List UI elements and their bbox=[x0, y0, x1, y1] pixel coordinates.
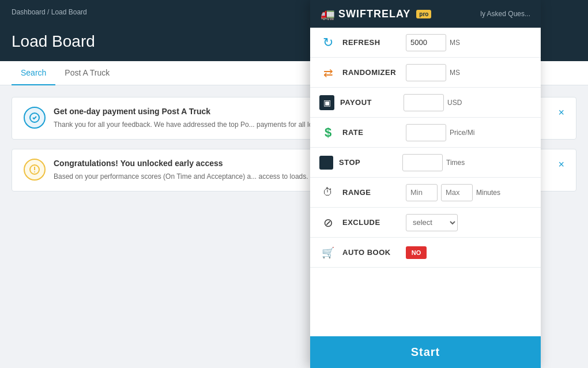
range-row: ⏱ RANGE Minutes bbox=[310, 178, 541, 208]
tab-post-a-truck[interactable]: Post A Truck bbox=[55, 61, 119, 85]
payout-controls: USD bbox=[404, 94, 532, 111]
exclude-controls: select bbox=[406, 214, 532, 231]
tab-search[interactable]: Search bbox=[12, 61, 55, 85]
autobook-toggle-state: NO bbox=[412, 249, 421, 256]
randomizer-controls: MS bbox=[406, 64, 532, 81]
payout-label: PAYOUT bbox=[340, 98, 398, 107]
card-access-close[interactable]: × bbox=[558, 159, 564, 171]
svg-point-2 bbox=[34, 171, 35, 172]
stop-input[interactable] bbox=[402, 154, 443, 171]
range-unit: Minutes bbox=[476, 189, 500, 197]
payout-input[interactable] bbox=[404, 94, 444, 111]
refresh-input[interactable] bbox=[406, 34, 446, 51]
randomizer-row: ⇄ RANDOMIZER MS bbox=[310, 58, 541, 88]
range-controls: Minutes bbox=[406, 184, 532, 201]
payout-icon: ▣ bbox=[319, 95, 334, 110]
exclude-icon: ⊘ bbox=[319, 214, 337, 231]
autobook-label: AUTO BOOK bbox=[342, 248, 400, 257]
panel-rows: ↻ REFRESH MS ⇄ RANDOMIZER MS ▣ PAYOUT US… bbox=[310, 28, 541, 336]
autobook-row: 🛒 AUTO BOOK NO bbox=[310, 238, 541, 268]
stop-row: STOP Times bbox=[310, 148, 541, 178]
randomizer-input[interactable] bbox=[406, 64, 446, 81]
stop-label: STOP bbox=[339, 158, 397, 167]
refresh-controls: MS bbox=[406, 34, 532, 51]
range-label: RANGE bbox=[342, 188, 400, 197]
truck-icon: 🚛 bbox=[321, 7, 335, 21]
rate-icon: $ bbox=[319, 124, 337, 141]
rate-label: RATE bbox=[342, 128, 400, 137]
breadcrumb: Dashboard / Load Board bbox=[12, 8, 87, 16]
refresh-icon: ↻ bbox=[319, 34, 337, 51]
card-access-icon bbox=[24, 159, 46, 181]
stop-icon bbox=[319, 156, 333, 170]
rate-controls: Price/Mi bbox=[406, 124, 532, 141]
card-payment-close[interactable]: × bbox=[558, 107, 564, 119]
panel-logo: 🚛 SWIFTRELAY pro bbox=[321, 7, 431, 21]
range-icon: ⏱ bbox=[319, 184, 337, 201]
rate-unit: Price/Mi bbox=[450, 129, 474, 137]
randomizer-unit: MS bbox=[450, 69, 460, 77]
refresh-label: REFRESH bbox=[342, 38, 400, 47]
rate-input[interactable] bbox=[406, 124, 446, 141]
randomizer-label: RANDOMIZER bbox=[342, 68, 400, 77]
exclude-label: EXCLUDE bbox=[342, 218, 400, 227]
stop-unit: Times bbox=[446, 159, 465, 167]
stop-controls: Times bbox=[402, 154, 532, 171]
range-min-input[interactable] bbox=[406, 184, 438, 201]
swiftrelay-panel: 🚛 SWIFTRELAY pro ly Asked Ques... ↻ REFR… bbox=[310, 0, 541, 368]
exclude-row: ⊘ EXCLUDE select bbox=[310, 208, 541, 238]
autobook-toggle[interactable]: NO bbox=[406, 246, 427, 259]
autobook-controls: NO bbox=[406, 246, 532, 259]
range-max-input[interactable] bbox=[441, 184, 473, 201]
randomizer-icon: ⇄ bbox=[319, 64, 337, 81]
refresh-unit: MS bbox=[450, 39, 460, 47]
panel-header: 🚛 SWIFTRELAY pro ly Asked Ques... bbox=[310, 0, 541, 28]
refresh-row: ↻ REFRESH MS bbox=[310, 28, 541, 58]
logo-text: SWIFTRELAY bbox=[338, 8, 410, 20]
logo-pro-badge: pro bbox=[416, 10, 431, 18]
rate-row: $ RATE Price/Mi bbox=[310, 118, 541, 148]
card-payment-icon bbox=[24, 107, 46, 129]
start-button[interactable]: Start bbox=[310, 336, 541, 368]
payout-unit: USD bbox=[447, 99, 462, 107]
payout-row: ▣ PAYOUT USD bbox=[310, 88, 541, 118]
exclude-select[interactable]: select bbox=[406, 214, 458, 231]
faq-link[interactable]: ly Asked Ques... bbox=[480, 10, 530, 18]
autobook-icon: 🛒 bbox=[319, 244, 337, 261]
